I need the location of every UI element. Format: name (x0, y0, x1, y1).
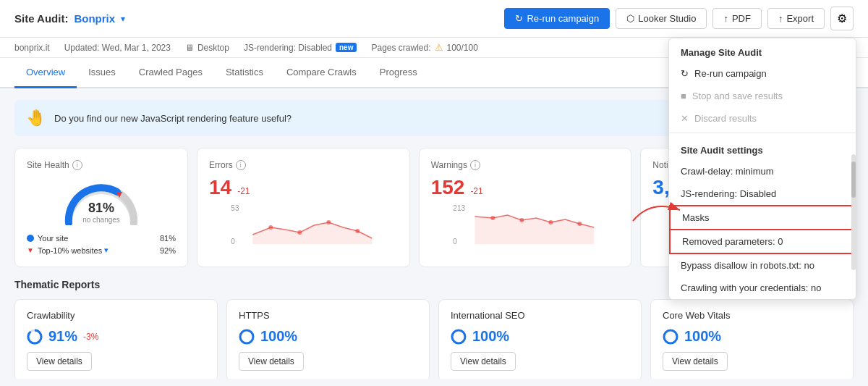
svg-point-6 (355, 229, 359, 233)
https-circle-icon (239, 329, 255, 345)
core-web-vitals-metric: 100% (663, 328, 841, 345)
tab-overview[interactable]: Overview (14, 58, 77, 88)
thematic-card-intl-seo: International SEO 100% View details (438, 299, 642, 379)
thematic-card-core-web-vitals: Core Web Vitals 100% View details (650, 299, 854, 379)
intl-seo-circle-icon (451, 329, 467, 345)
new-badge: new (336, 43, 357, 52)
svg-point-9 (490, 216, 495, 220)
warnings-sparkline: 213 0 (431, 202, 620, 246)
updated-text: Updated: Wed, Mar 1, 2023 (64, 43, 171, 53)
svg-point-21 (240, 330, 253, 343)
manage-section-title: Manage Site Audit (669, 38, 856, 62)
site-health-info-icon[interactable]: i (72, 160, 82, 170)
intl-seo-metric: 100% (451, 328, 629, 345)
pages-crawled-count: 100/100 (447, 43, 478, 53)
rerun-icon: ↻ (515, 13, 523, 24)
dropdown-crawling-credentials-item[interactable]: Crawling with your credentials: no (669, 277, 856, 299)
warnings-info-icon[interactable]: i (470, 160, 480, 170)
thematic-card-https: HTTPS 100% View details (226, 299, 430, 379)
looker-icon: ⬡ (626, 13, 634, 24)
tab-compare-crawls[interactable]: Compare Crawls (275, 58, 368, 88)
svg-text:213: 213 (453, 204, 465, 212)
dropdown-discard-item: ✕ Discard results (669, 107, 856, 130)
dropdown-rerun-item[interactable]: ↻ Re-run campaign (669, 62, 856, 85)
header: Site Audit: Bonprix ▾ ↻ Re-run campaign … (0, 0, 868, 38)
https-view-details-button[interactable]: View details (239, 352, 304, 371)
crawlability-title: Crawlability (27, 310, 205, 321)
desktop-icon: 🖥 (185, 43, 194, 53)
banner-icon: 🤚 (26, 109, 46, 127)
intl-seo-view-details-button[interactable]: View details (451, 352, 516, 371)
tab-statistics[interactable]: Statistics (214, 58, 275, 88)
health-percentage: 81% (61, 201, 141, 216)
settings-dropdown-menu: Manage Site Audit ↻ Re-run campaign ■ St… (668, 38, 856, 300)
header-right: ↻ Re-run campaign ⬡ Looker Studio ↑ PDF … (504, 7, 854, 30)
errors-title: Errors i (209, 160, 398, 170)
svg-point-5 (326, 220, 331, 225)
thematic-grid: Crawlability 91% -3% View details HTTPS (14, 299, 854, 379)
crawlability-circle-icon (27, 329, 43, 345)
errors-card: Errors i 14 -21 53 0 (197, 148, 410, 267)
settings-gear-button[interactable]: ⚙ (830, 7, 854, 30)
domain-item: bonprix.it (14, 43, 50, 53)
js-rendering-text: JS-rendering: Disabled (244, 43, 332, 53)
device-item: 🖥 Desktop (185, 43, 229, 53)
top-sites-icon: ▼ (27, 246, 34, 254)
dropdown-masks-item[interactable]: Masks (669, 205, 856, 230)
top-chevron-icon[interactable]: ▾ (104, 246, 109, 255)
device-text: Desktop (197, 43, 229, 53)
site-name-dropdown-icon[interactable]: ▾ (121, 14, 125, 24)
https-metric: 100% (239, 328, 417, 345)
dropdown-crawl-delay-item[interactable]: Crawl-delay: minimum (669, 160, 856, 182)
gear-icon: ⚙ (837, 12, 847, 25)
https-title: HTTPS (239, 310, 417, 321)
tab-issues[interactable]: Issues (77, 58, 127, 88)
warnings-card: Warnings i 152 -21 213 0 (419, 148, 632, 267)
warnings-change: -21 (470, 186, 482, 196)
pages-crawled-label: Pages crawled: (371, 43, 430, 53)
warnings-value: 152 (431, 176, 465, 199)
svg-point-22 (452, 330, 465, 343)
settings-section-title: Site Audit settings (669, 136, 856, 160)
site-health-legend: Your site 81% ▼ Top-10% websites ▾ 92% (27, 234, 176, 255)
crawlability-view-details-button[interactable]: View details (27, 352, 92, 371)
dropdown-bypass-disallow-item[interactable]: Bypass disallow in robots.txt: no (669, 254, 856, 277)
errors-number-row: 14 -21 (209, 176, 398, 199)
svg-point-3 (268, 225, 273, 230)
legend-your-site: Your site 81% (27, 234, 176, 243)
looker-studio-button[interactable]: ⬡ Looker Studio (616, 8, 707, 29)
tab-crawled-pages[interactable]: Crawled Pages (127, 58, 214, 88)
dropdown-stop-item: ■ Stop and save results (669, 85, 856, 107)
warnings-number-row: 152 -21 (431, 176, 620, 199)
svg-text:53: 53 (231, 204, 239, 212)
errors-value: 14 (209, 176, 231, 199)
export-button[interactable]: ↑ Export (767, 8, 825, 29)
svg-text:0: 0 (231, 238, 235, 246)
pdf-button[interactable]: ↑ PDF (712, 8, 762, 29)
warning-icon: ⚠ (435, 42, 443, 53)
legend-top-sites: ▼ Top-10% websites ▾ 92% (27, 246, 176, 255)
errors-info-icon[interactable]: i (236, 160, 246, 170)
errors-sparkline: 53 0 (209, 202, 398, 246)
svg-point-23 (664, 330, 677, 343)
core-web-vitals-circle-icon (663, 329, 678, 345)
domain-text: bonprix.it (14, 43, 50, 53)
core-web-vitals-view-details-button[interactable]: View details (663, 352, 728, 371)
js-rendering-item: JS-rendering: Disabled new (244, 43, 357, 53)
rerun-dropdown-icon: ↻ (681, 68, 689, 79)
crawlability-metric: 91% -3% (27, 328, 205, 345)
tab-progress[interactable]: Progress (368, 58, 429, 88)
warnings-title: Warnings i (431, 160, 620, 170)
site-health-title: Site Health i (27, 160, 176, 170)
thematic-card-crawlability: Crawlability 91% -3% View details (14, 299, 218, 379)
rerun-campaign-button[interactable]: ↻ Re-run campaign (504, 8, 610, 29)
site-name[interactable]: Bonprix (74, 12, 115, 25)
dropdown-removed-params-item[interactable]: Removed parameters: 0 (669, 230, 856, 254)
svg-point-4 (297, 230, 302, 235)
pdf-icon: ↑ (723, 13, 728, 24)
intl-seo-title: International SEO (451, 310, 629, 321)
stop-icon: ■ (681, 91, 686, 101)
header-left: Site Audit: Bonprix ▾ (14, 12, 125, 25)
your-site-dot (27, 235, 34, 242)
dropdown-js-rendering-item[interactable]: JS-rendering: Disabled (669, 182, 856, 205)
